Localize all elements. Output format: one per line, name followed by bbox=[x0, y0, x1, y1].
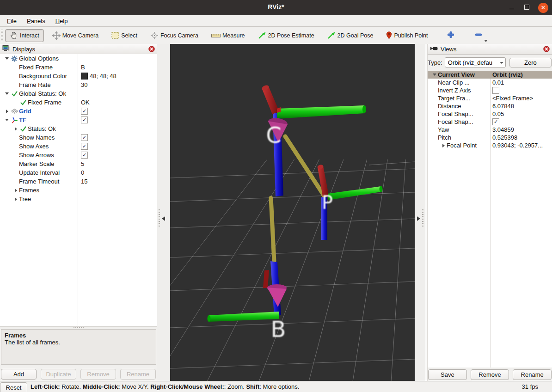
property-value[interactable]: 0 bbox=[81, 169, 84, 176]
maximize-icon[interactable] bbox=[523, 4, 530, 11]
checkbox[interactable]: ✓ bbox=[492, 118, 499, 125]
property-value[interactable]: OK bbox=[81, 99, 90, 106]
expander-arrow[interactable] bbox=[12, 127, 19, 131]
3d-viewport[interactable]: C P B bbox=[170, 44, 415, 381]
property-row[interactable]: Frame Rate30 bbox=[0, 80, 157, 89]
chevron-down-icon[interactable] bbox=[484, 40, 488, 42]
reset-button[interactable]: Reset bbox=[0, 382, 27, 392]
expander-arrow[interactable] bbox=[4, 92, 10, 95]
expander-arrow[interactable] bbox=[4, 119, 10, 121]
tool-focus-camera[interactable]: Focus Camera bbox=[146, 29, 203, 42]
expander-arrow[interactable] bbox=[12, 197, 19, 201]
property-row[interactable]: Current ViewOrbit (rviz) bbox=[428, 71, 552, 79]
property-row[interactable]: Status: Ok bbox=[0, 124, 157, 133]
collapse-right-icon[interactable] bbox=[417, 216, 420, 221]
menu-item-help[interactable]: Help bbox=[50, 17, 73, 25]
zero-button[interactable]: Zero bbox=[509, 58, 552, 67]
property-value[interactable]: 0.93043; -0.2957... bbox=[492, 142, 543, 149]
property-row[interactable]: Global Status: Ok bbox=[0, 89, 157, 98]
property-value[interactable]: ✓ bbox=[81, 143, 88, 150]
property-value[interactable] bbox=[492, 87, 499, 94]
tool-select[interactable]: Select bbox=[107, 30, 142, 41]
expander-arrow[interactable] bbox=[4, 57, 10, 60]
property-row[interactable]: Fixed FrameOK bbox=[0, 98, 157, 107]
property-value[interactable]: Orbit (rviz) bbox=[492, 71, 523, 78]
collapse-left-icon[interactable] bbox=[162, 216, 165, 221]
property-value[interactable]: 48; 48; 48 bbox=[81, 73, 117, 80]
menu-item-file[interactable]: File bbox=[2, 17, 22, 25]
property-value[interactable]: 6.07848 bbox=[492, 103, 514, 110]
view-type-dropdown[interactable]: Orbit (rviz_defau bbox=[445, 57, 506, 67]
tool-measure[interactable]: Measure bbox=[207, 30, 250, 41]
add-button[interactable]: Add bbox=[1, 369, 37, 380]
tool-publish-point[interactable]: Publish Point bbox=[381, 29, 432, 42]
close-panel-icon[interactable] bbox=[148, 46, 155, 54]
add-tool-button[interactable] bbox=[444, 29, 457, 42]
minimize-icon[interactable] bbox=[509, 4, 515, 11]
tool-move-camera[interactable]: Move Camera bbox=[48, 29, 104, 42]
checkbox[interactable] bbox=[492, 87, 499, 94]
property-row[interactable]: Yaw3.04859 bbox=[428, 126, 552, 134]
property-row[interactable]: Focal Shap...✓ bbox=[428, 118, 552, 126]
property-row[interactable]: Near Clip ...0.01 bbox=[428, 79, 552, 86]
expander-arrow[interactable] bbox=[431, 74, 438, 76]
expander-arrow[interactable] bbox=[4, 110, 10, 113]
property-row[interactable]: Focal Shap...0.05 bbox=[428, 110, 552, 118]
property-row[interactable]: Grid✓ bbox=[0, 107, 157, 116]
property-row[interactable]: Update Interval0 bbox=[0, 168, 157, 177]
checkbox[interactable]: ✓ bbox=[81, 143, 88, 150]
property-row[interactable]: Focal Point0.93043; -0.2957... bbox=[428, 141, 552, 149]
checkbox[interactable]: ✓ bbox=[81, 134, 88, 141]
menu-item-panels[interactable]: Panels bbox=[22, 17, 50, 25]
property-row[interactable]: Background Color48; 48; 48 bbox=[0, 72, 157, 80]
tool-2d-goal-pose[interactable]: 2D Goal Pose bbox=[323, 30, 378, 42]
checkbox[interactable]: ✓ bbox=[81, 152, 88, 159]
remove-tool-button[interactable] bbox=[472, 29, 485, 42]
expander-arrow[interactable] bbox=[12, 189, 19, 192]
property-row[interactable]: Pitch0.525398 bbox=[428, 134, 552, 141]
property-row[interactable]: Distance6.07848 bbox=[428, 102, 552, 110]
property-value[interactable]: 30 bbox=[81, 81, 87, 88]
property-value[interactable]: 0.01 bbox=[492, 79, 504, 86]
property-row[interactable]: Tree bbox=[0, 195, 157, 203]
property-value[interactable]: ✓ bbox=[492, 118, 499, 125]
property-row[interactable]: Frames bbox=[0, 186, 157, 195]
checkbox[interactable]: ✓ bbox=[81, 108, 88, 115]
property-row[interactable]: Target Fra...<Fixed Frame> bbox=[428, 94, 552, 102]
property-row[interactable]: Show Arrows✓ bbox=[0, 151, 157, 159]
property-value[interactable]: ✓ bbox=[81, 134, 88, 141]
property-row[interactable]: Marker Scale5 bbox=[0, 159, 157, 168]
close-icon[interactable]: ✕ bbox=[538, 3, 548, 13]
tool-interact[interactable]: Interact bbox=[5, 29, 44, 42]
property-row[interactable]: Invert Z Axis bbox=[428, 86, 552, 94]
property-row[interactable]: Show Names✓ bbox=[0, 133, 157, 142]
property-value[interactable]: ✓ bbox=[81, 152, 88, 159]
right-dock-splitter[interactable] bbox=[415, 44, 426, 381]
left-dock-splitter[interactable] bbox=[157, 44, 171, 381]
checkbox[interactable]: ✓ bbox=[81, 116, 88, 123]
property-row[interactable]: Show Axes✓ bbox=[0, 142, 157, 151]
rviz-window: RViz* ✕ FilePanelsHelp InteractMove Came… bbox=[0, 0, 552, 392]
property-value[interactable]: ✓ bbox=[81, 108, 88, 115]
close-panel-icon[interactable] bbox=[543, 46, 550, 54]
property-row[interactable]: Global Options bbox=[0, 54, 157, 63]
save-button[interactable]: Save bbox=[428, 369, 467, 380]
property-value[interactable]: 0.525398 bbox=[492, 134, 517, 141]
remove-button[interactable]: Remove bbox=[471, 369, 509, 380]
property-value[interactable]: 5 bbox=[81, 160, 84, 167]
splitter-handle[interactable] bbox=[0, 326, 157, 329]
toolbar-drag-handle[interactable] bbox=[1, 30, 3, 42]
property-value[interactable]: B bbox=[81, 64, 85, 71]
property-value[interactable]: ✓ bbox=[81, 116, 88, 123]
property-row[interactable]: Fixed FrameB bbox=[0, 63, 157, 72]
rename-button[interactable]: Rename bbox=[513, 369, 552, 380]
property-row[interactable]: Frame Timeout15 bbox=[0, 177, 157, 186]
property-value[interactable]: 0.05 bbox=[492, 110, 504, 117]
expander-arrow[interactable] bbox=[440, 144, 447, 147]
property-value[interactable]: 15 bbox=[81, 178, 87, 185]
property-value[interactable]: 3.04859 bbox=[492, 126, 514, 133]
property-value[interactable]: <Fixed Frame> bbox=[492, 95, 533, 102]
description-text: The list of all frames. bbox=[5, 339, 60, 346]
property-row[interactable]: TF✓ bbox=[0, 116, 157, 124]
tool-2d-pose-estimate[interactable]: 2D Pose Estimate bbox=[253, 30, 319, 42]
